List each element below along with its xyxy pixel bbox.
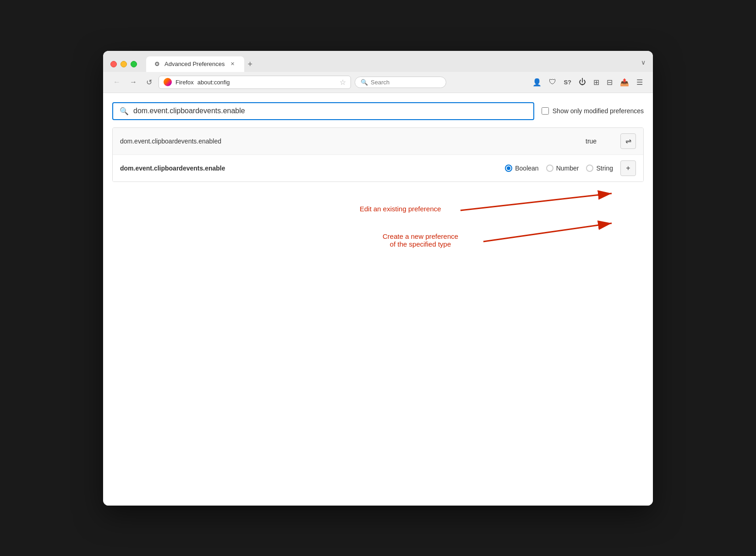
spy-icon-button[interactable]: S? xyxy=(561,77,574,88)
new-tab-button[interactable]: + xyxy=(244,58,257,71)
add-preference-button[interactable]: + xyxy=(620,160,636,176)
title-bar: ⚙ Advanced Preferences ✕ + ∨ xyxy=(103,51,653,72)
svg-line-3 xyxy=(483,223,612,242)
firefox-label: Firefox xyxy=(175,79,194,86)
radio-number-circle xyxy=(546,165,553,172)
radio-string[interactable]: String xyxy=(586,165,613,172)
content-area: 🔍 Show only modified preferences dom.eve… xyxy=(103,93,653,506)
firefox-logo xyxy=(164,78,172,86)
power-icon-button[interactable]: ⏻ xyxy=(576,76,589,88)
tab-gear-icon: ⚙ xyxy=(153,61,161,68)
tab-label: Advanced Preferences xyxy=(164,61,225,67)
show-modified-text: Show only modified preferences xyxy=(553,107,644,115)
browser-window: ⚙ Advanced Preferences ✕ + ∨ ← → ↺ Firef… xyxy=(103,51,653,506)
radio-number-label: Number xyxy=(556,165,579,172)
tab-expand-icon[interactable]: ∨ xyxy=(641,59,646,70)
shield-icon-button[interactable]: 🛡 xyxy=(546,76,559,88)
show-modified-checkbox[interactable] xyxy=(542,107,549,115)
preferences-table: dom.event.clipboardevents.enabled true ⇌… xyxy=(112,127,644,182)
table-row: dom.event.clipboardevents.enable Boolean… xyxy=(113,155,643,182)
active-tab[interactable]: ⚙ Advanced Preferences ✕ xyxy=(146,56,244,72)
pref-value-existing: true xyxy=(586,138,613,145)
grid-icon-button[interactable]: ⊟ xyxy=(604,76,615,88)
reload-button[interactable]: ↺ xyxy=(143,76,155,88)
annotation-arrows-svg xyxy=(112,191,644,352)
toolbar-search-icon: 🔍 xyxy=(361,79,368,86)
address-text: about:config xyxy=(197,79,336,86)
pref-actions-new: + xyxy=(620,160,636,176)
filter-bar: 🔍 Show only modified preferences xyxy=(112,102,644,120)
toolbar-search-bar[interactable]: 🔍 xyxy=(355,77,446,88)
type-radio-group: Boolean Number String xyxy=(505,165,613,172)
traffic-lights xyxy=(110,61,137,67)
radio-boolean[interactable]: Boolean xyxy=(505,165,538,172)
menu-icon-button[interactable]: ☰ xyxy=(634,76,646,88)
preference-search-input[interactable] xyxy=(133,107,527,115)
tab-close-button[interactable]: ✕ xyxy=(229,60,237,68)
pref-actions-existing: ⇌ xyxy=(620,133,636,149)
back-button[interactable]: ← xyxy=(110,76,123,88)
svg-line-2 xyxy=(460,193,612,210)
pref-name-new: dom.event.clipboardevents.enable xyxy=(120,165,505,172)
radio-string-label: String xyxy=(596,165,613,172)
pref-name-existing: dom.event.clipboardevents.enabled xyxy=(120,138,586,145)
minimize-traffic-light[interactable] xyxy=(121,61,127,67)
radio-boolean-circle xyxy=(505,165,512,172)
radio-number[interactable]: Number xyxy=(546,165,579,172)
edit-preference-button[interactable]: ⇌ xyxy=(620,133,636,149)
radio-boolean-label: Boolean xyxy=(515,165,538,172)
forward-button[interactable]: → xyxy=(127,76,140,88)
show-modified-label[interactable]: Show only modified preferences xyxy=(542,107,644,115)
account-icon-button[interactable]: 👤 xyxy=(530,76,544,88)
maximize-traffic-light[interactable] xyxy=(131,61,137,67)
table-row: dom.event.clipboardevents.enabled true ⇌ xyxy=(113,128,643,155)
annotation-create-label: Create a new preference of the specified… xyxy=(383,232,458,248)
annotation-edit-label: Edit an existing preference xyxy=(360,205,441,213)
toolbar-icons: 👤 🛡 S? ⏻ ⊞ ⊟ 📤 ☰ xyxy=(530,76,646,88)
bookmark-star-button[interactable]: ☆ xyxy=(340,78,346,87)
close-traffic-light[interactable] xyxy=(110,61,117,67)
annotation-area: Edit an existing preference Create a new… xyxy=(112,191,644,352)
address-bar[interactable]: Firefox about:config ☆ xyxy=(159,76,351,89)
extensions-icon-button[interactable]: ⊞ xyxy=(591,76,602,88)
preference-search-icon: 🔍 xyxy=(120,107,129,116)
screenshot-icon-button[interactable]: 📤 xyxy=(617,76,632,88)
toolbar: ← → ↺ Firefox about:config ☆ 🔍 👤 🛡 S? ⏻ … xyxy=(103,72,653,93)
radio-string-circle xyxy=(586,165,593,172)
preference-search-container: 🔍 xyxy=(112,102,534,120)
toolbar-search-input[interactable] xyxy=(371,79,440,86)
tabs-area: ⚙ Advanced Preferences ✕ + xyxy=(146,56,635,72)
